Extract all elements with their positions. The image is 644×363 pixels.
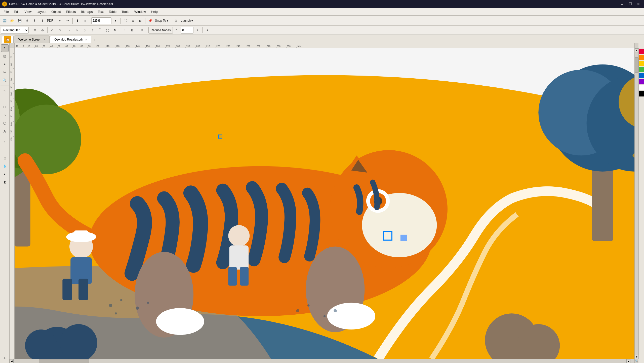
shadow-tool-button[interactable]: ◫ [1, 154, 9, 162]
cusp-node-button[interactable]: ◇ [81, 27, 88, 34]
break-nodes-button[interactable]: ⊃ [56, 27, 63, 34]
dimension-tool-button[interactable]: ↔ [1, 146, 9, 154]
right-swatch-6[interactable] [639, 79, 644, 84]
menu-item-view[interactable]: View [22, 9, 34, 15]
settings-button[interactable]: ⚙ [173, 17, 180, 24]
extend-button[interactable]: ↕ [121, 27, 128, 34]
close-curve-button[interactable]: ◯ [104, 27, 111, 34]
tab-oswaldo-rosales[interactable]: Oswaldo Rosales.cdr ✕ [50, 36, 91, 43]
minimize-button[interactable]: – [619, 2, 626, 7]
publish-button[interactable]: ⬆ [74, 17, 81, 24]
grid-button[interactable]: ⊞ [129, 17, 136, 24]
new-button[interactable]: 🆕 [1, 17, 8, 24]
join-nodes-button[interactable]: ⊂ [49, 27, 56, 34]
scroll-right-button[interactable]: ▶ [626, 359, 630, 363]
eyedropper-button[interactable]: 💧 [1, 162, 9, 170]
select-tool-button[interactable]: ↖ [1, 44, 9, 52]
line-connector-button[interactable]: ∕ [1, 138, 9, 146]
node-count-input[interactable] [181, 27, 193, 34]
menu-item-object[interactable]: Object [49, 9, 63, 15]
hscroll-thumb[interactable] [39, 359, 89, 363]
menu-item-layout[interactable]: Layout [34, 9, 49, 15]
reduce-nodes-button[interactable]: Reduce Nodes [148, 27, 173, 34]
restore-button[interactable]: ❐ [627, 2, 634, 7]
menu-item-bitmaps[interactable]: Bitmaps [78, 9, 95, 15]
tab-close-file[interactable]: ✕ [85, 38, 87, 41]
scroll-up-button[interactable]: ▲ [635, 48, 639, 52]
close-button[interactable]: ✕ [635, 2, 642, 7]
color-strip-top [638, 43, 644, 48]
undo-button[interactable]: ↩ [57, 17, 64, 24]
node-edit-button[interactable]: ✦ [1, 60, 9, 68]
smart-fill-button[interactable]: ⌒ [1, 95, 9, 103]
fill-bucket-button[interactable]: ▲ [1, 170, 9, 178]
menu-item-text[interactable]: Text [95, 9, 106, 15]
menu-item-file[interactable]: File [1, 9, 11, 15]
reverse-curve-button[interactable]: ↻ [111, 27, 118, 34]
scroll-left-button[interactable]: ◀ [10, 359, 14, 363]
add-node-button[interactable]: ⊕ [31, 27, 38, 34]
right-swatch-5[interactable] [639, 73, 644, 78]
tab-close-welcome[interactable]: ✕ [43, 38, 45, 41]
redo-button[interactable]: ↪ [64, 17, 71, 24]
menu-item-table[interactable]: Table [106, 9, 119, 15]
hscroll-track[interactable] [14, 359, 626, 363]
node-count-up[interactable]: + [194, 27, 201, 34]
menu-item-edit[interactable]: Edit [11, 9, 22, 15]
right-swatch-7[interactable] [639, 85, 644, 90]
tab-add-button[interactable]: + [92, 37, 98, 43]
tab-home[interactable]: 🏠 [2, 36, 14, 43]
text-tool-button[interactable]: A [1, 127, 9, 135]
right-swatch-3[interactable] [639, 61, 644, 66]
crop-button[interactable]: ✂ [1, 69, 9, 76]
line-segment-button[interactable]: ∕ [66, 27, 73, 34]
save-button[interactable]: 💾 [16, 17, 23, 24]
print-button[interactable]: 🖨 [24, 17, 31, 24]
right-swatch-4[interactable] [639, 67, 644, 72]
smooth-node-button[interactable]: ⌇ [89, 27, 96, 34]
pdf-button[interactable]: PDF [46, 17, 54, 24]
scroll-track[interactable] [635, 52, 638, 355]
right-swatch-8[interactable] [639, 91, 644, 96]
smart-drawing-button[interactable]: ◧ [1, 178, 9, 186]
right-swatch-1[interactable] [639, 49, 644, 54]
vertical-scrollbar[interactable]: ▲ ▼ [634, 48, 638, 359]
zoom-input[interactable] [91, 17, 111, 24]
delete-node-button[interactable]: ⊖ [39, 27, 46, 34]
zoom-level-button[interactable]: 🔍 [634, 359, 638, 363]
horizontal-scrollbar[interactable]: ◀ ▶ 🔍 [10, 359, 644, 363]
freehand-select-button[interactable]: ⊡ [1, 52, 9, 60]
add-page-button[interactable]: + [1, 354, 9, 362]
full-screen-button[interactable]: ⛶ [122, 17, 129, 24]
curve-smoothing-button[interactable]: 〜 [173, 27, 180, 34]
snap-to-button[interactable]: Snap To ▼ [154, 17, 170, 24]
menu-item-help[interactable]: Help [148, 9, 160, 15]
right-swatch-2[interactable] [639, 55, 644, 60]
zoom-dropdown[interactable]: ▼ [112, 17, 119, 24]
scroll-thumb[interactable] [635, 57, 638, 73]
import-button[interactable]: ⬇ [31, 17, 38, 24]
launch-button[interactable]: Launch ▼ [180, 17, 194, 24]
ellipse-tool-button[interactable]: ○ [1, 111, 9, 119]
export-pdf-button[interactable]: ⬆ [82, 17, 89, 24]
polygon-tool-button[interactable]: ⬡ [1, 119, 9, 127]
symmetrical-node-button[interactable]: ⌒ [96, 27, 103, 34]
rectangle-tool-button[interactable]: □ [1, 103, 9, 111]
menu-item-window[interactable]: Window [132, 9, 148, 15]
elastic-mode-button[interactable]: ✦ [204, 27, 211, 34]
scroll-down-button[interactable]: ▼ [635, 355, 639, 359]
zoom-tool-button[interactable]: 🔍 [1, 77, 9, 84]
menu-item-tools[interactable]: Tools [119, 9, 132, 15]
export-button[interactable]: ⬆ [39, 17, 46, 24]
align-nodes-button[interactable]: ⊟ [129, 27, 136, 34]
artwork-viewport[interactable] [15, 48, 634, 359]
menu-item-effects[interactable]: Effects [63, 9, 78, 15]
shape-select[interactable]: Rectangular [1, 27, 29, 34]
curve-segment-button[interactable]: ∿ [74, 27, 81, 34]
align-button[interactable]: ⊟ [137, 17, 144, 24]
distribute-button[interactable]: ≡ [139, 27, 146, 34]
tab-welcome-screen[interactable]: Welcome Screen ✕ [14, 36, 50, 43]
snap-icon[interactable]: 📌 [147, 17, 154, 24]
freehand-tool-button[interactable]: 〜 [1, 87, 9, 95]
open-button[interactable]: 📂 [9, 17, 16, 24]
